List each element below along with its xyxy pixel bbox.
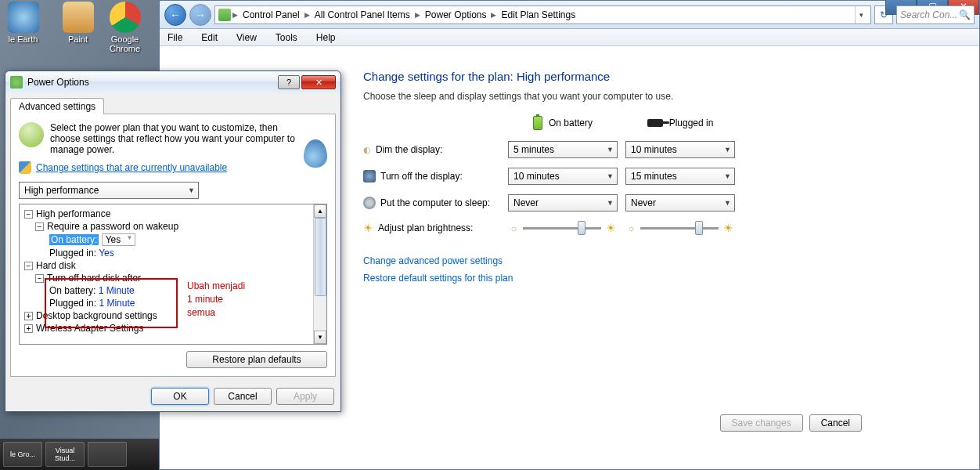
- dialog-title: Power Options: [27, 77, 276, 88]
- search-input[interactable]: Search Con...🔍: [896, 5, 975, 24]
- expand-icon[interactable]: +: [24, 324, 33, 333]
- battery-icon: [533, 116, 542, 130]
- desktop-icon-label: Google Chrome: [103, 34, 146, 53]
- menu-tools[interactable]: Tools: [272, 31, 301, 45]
- scroll-down[interactable]: ▼: [314, 331, 326, 344]
- menubar: File Edit View Tools Help: [160, 29, 979, 46]
- annotation-text: Ubah menjadi1 minutesemua: [187, 280, 245, 320]
- collapse-icon[interactable]: −: [24, 210, 33, 219]
- link-advanced[interactable]: Change advanced power settings: [363, 255, 971, 266]
- breadcrumb-dropdown[interactable]: ▾: [855, 6, 867, 24]
- apply-button: Apply: [276, 388, 334, 405]
- settings-tree[interactable]: −High performance −Require a password on…: [19, 204, 327, 345]
- nav-row: ← → ▶ Control Panel▶ All Control Panel I…: [160, 1, 979, 29]
- forward-button[interactable]: →: [189, 4, 211, 26]
- tree-scrollbar[interactable]: ▲ ▼: [313, 204, 326, 344]
- save-button: Save changes: [720, 414, 803, 432]
- search-icon: 🔍: [959, 9, 971, 20]
- row-sleep-label: Put the computer to sleep:: [380, 197, 490, 208]
- plan-select[interactable]: High performance▼: [19, 182, 199, 199]
- tree-harddisk[interactable]: Hard disk: [36, 260, 76, 271]
- task-item[interactable]: [88, 442, 127, 467]
- dialog-cancel-button[interactable]: Cancel: [214, 388, 272, 405]
- column-battery: On battery: [549, 118, 593, 128]
- dim-icon: ◐: [363, 145, 371, 155]
- tree-pw-plugged-key: Plugged in:: [49, 248, 96, 258]
- sun-dim-icon: ☼: [510, 223, 517, 233]
- collapse-icon[interactable]: −: [35, 274, 44, 283]
- desktop-icon-label: le Earth: [2, 34, 45, 44]
- bright-plugged-slider[interactable]: [640, 221, 719, 235]
- expand-icon[interactable]: +: [24, 312, 33, 320]
- sleep-battery-select[interactable]: Never▼: [508, 194, 618, 212]
- scroll-up[interactable]: ▲: [314, 204, 326, 218]
- menu-view[interactable]: View: [233, 31, 260, 45]
- row-dim-label: Dim the display:: [376, 144, 442, 155]
- tree-hd-plugged-value[interactable]: 1 Minute: [99, 298, 135, 309]
- power-options-dialog: Power Options ? ✕ Advanced settings Sele…: [5, 70, 341, 412]
- control-panel-icon: [218, 9, 231, 21]
- breadcrumb[interactable]: ▶ Control Panel▶ All Control Panel Items…: [214, 5, 871, 24]
- plug-icon: [647, 119, 663, 127]
- scroll-thumb[interactable]: [315, 218, 326, 296]
- dim-battery-select[interactable]: 5 minutes▼: [508, 141, 618, 158]
- bright-battery-slider[interactable]: [523, 221, 601, 235]
- menu-edit[interactable]: Edit: [198, 31, 221, 45]
- crumb[interactable]: Control Panel: [240, 9, 303, 20]
- droplet-icon: [304, 139, 327, 168]
- display-icon: [363, 170, 376, 183]
- row-bright-label: Adjust plan brightness:: [378, 222, 473, 233]
- page-title: Change settings for the plan: High perfo…: [363, 70, 971, 83]
- taskbar: le Gro... Visual Stud...: [0, 439, 159, 470]
- dim-plugged-select[interactable]: 10 minutes▼: [625, 141, 735, 158]
- off-plugged-select[interactable]: 15 minutes▼: [625, 168, 735, 185]
- page-subtitle: Choose the sleep and display settings th…: [363, 91, 971, 102]
- row-off-label: Turn off the display:: [380, 171, 463, 182]
- tree-hd-battery-key: On battery:: [49, 285, 95, 296]
- dialog-close-button[interactable]: ✕: [301, 75, 336, 89]
- crumb[interactable]: Edit Plan Settings: [498, 9, 578, 20]
- tree-hd-battery-value[interactable]: 1 Minute: [99, 285, 135, 296]
- sun-dim-icon: ☼: [627, 223, 635, 233]
- battery-plan-icon: [19, 122, 44, 147]
- tree-wireless[interactable]: Wireless Adapter Settings: [36, 323, 143, 334]
- dialog-description: Select the power plan that you want to c…: [50, 122, 327, 155]
- collapse-icon[interactable]: −: [35, 222, 44, 231]
- task-item[interactable]: le Gro...: [3, 442, 42, 467]
- column-plugged: Plugged in: [669, 118, 714, 128]
- crumb[interactable]: Power Options: [422, 9, 490, 20]
- back-button[interactable]: ←: [164, 4, 186, 26]
- dialog-titlebar[interactable]: Power Options ? ✕: [5, 71, 340, 93]
- link-unavailable-settings[interactable]: Change settings that are currently unava…: [36, 162, 227, 173]
- desktop-icon-label: Paint: [56, 34, 99, 44]
- tree-pw-battery-value[interactable]: Yes▼: [102, 233, 136, 246]
- help-button[interactable]: ?: [278, 75, 300, 89]
- moon-icon: [363, 197, 376, 209]
- task-item[interactable]: Visual Stud...: [45, 442, 85, 467]
- restore-defaults-button[interactable]: Restore plan defaults: [186, 351, 327, 368]
- sun-bright-icon: ☀: [606, 222, 616, 234]
- tree-password[interactable]: Require a password on wakeup: [47, 221, 178, 232]
- tab-advanced[interactable]: Advanced settings: [10, 98, 104, 114]
- sun-bright-icon: ☀: [723, 222, 733, 234]
- off-battery-select[interactable]: 10 minutes▼: [508, 168, 618, 185]
- tree-root[interactable]: High performance: [36, 208, 110, 219]
- cancel-button[interactable]: Cancel: [809, 414, 862, 432]
- tree-desktop-bg[interactable]: Desktop background settings: [36, 310, 157, 321]
- desktop-icon-paint[interactable]: Paint: [56, 2, 99, 44]
- ok-button[interactable]: OK: [151, 388, 209, 405]
- tree-hd-plugged-key: Plugged in:: [49, 298, 96, 309]
- tree-pw-plugged-value[interactable]: Yes: [99, 248, 114, 258]
- collapse-icon[interactable]: −: [24, 262, 33, 270]
- tree-pw-battery-key[interactable]: On battery:: [49, 234, 99, 245]
- sleep-plugged-select[interactable]: Never▼: [625, 194, 735, 212]
- desktop-icon-chrome[interactable]: Google Chrome: [103, 2, 146, 53]
- menu-file[interactable]: File: [164, 31, 186, 45]
- link-restore-defaults[interactable]: Restore default settings for this plan: [363, 273, 971, 284]
- sun-icon: ☀: [363, 222, 373, 234]
- shield-icon: [19, 161, 31, 174]
- crumb[interactable]: All Control Panel Items: [312, 9, 413, 20]
- menu-help[interactable]: Help: [313, 31, 339, 45]
- desktop-icon-earth[interactable]: le Earth: [2, 2, 45, 44]
- tree-hd-off[interactable]: Turn off hard disk after: [47, 273, 141, 284]
